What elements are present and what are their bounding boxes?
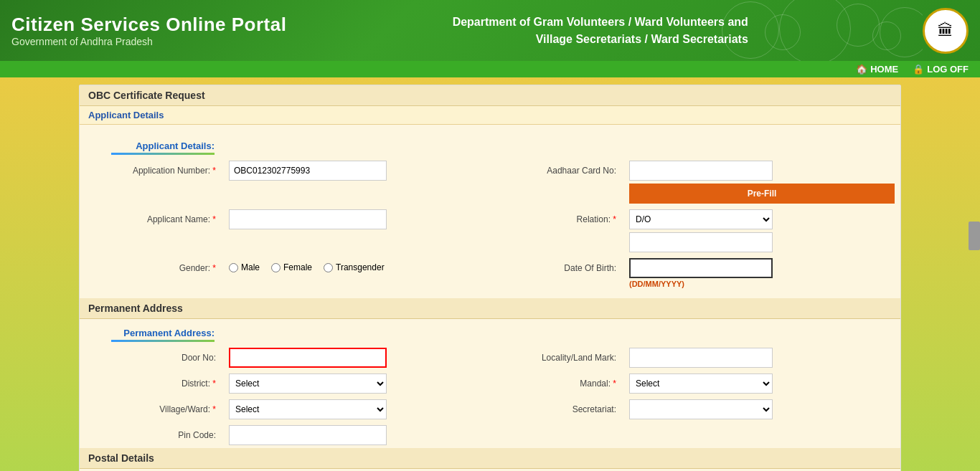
portal-subtitle: Government of Andhra Pradesh (11, 36, 286, 47)
dob-label: Date Of Birth: (500, 258, 622, 278)
door-input-col (229, 348, 500, 368)
gender-transgender-radio[interactable] (324, 263, 333, 272)
portal-title: Citizen Services Online Portal (11, 14, 286, 36)
applicant-name-input[interactable] (229, 209, 387, 229)
district-label: District: * (85, 374, 222, 394)
dob-label-col: Date Of Birth: (500, 258, 629, 278)
main-content: OBC Certificate Request Applicant Detail… (79, 85, 901, 471)
secretariat-label-col: Secretariat: (500, 399, 629, 419)
door-no-label: Door No: (85, 348, 222, 368)
relation-label-col: Relation: * (500, 209, 629, 229)
applicant-name-label: Applicant Name: * (85, 209, 222, 229)
gender-label-col: Gender: * (85, 258, 229, 278)
navbar: 🏠 HOME 🔒 LOG OFF (0, 61, 980, 77)
relation-input-col: D/O S/O W/O C/O (629, 209, 895, 252)
gender-label: Gender: * (85, 258, 222, 278)
page-title: OBC Certificate Request (88, 90, 205, 101)
district-label-col: District: * (85, 374, 229, 394)
door-label-col: Door No: (85, 348, 229, 368)
applicant-section-header: Applicant Details (80, 106, 900, 125)
relation-label: Relation: * (500, 209, 622, 229)
pincode-label-col: Pin Code: (85, 425, 229, 445)
application-number-label: Application Number: * (85, 161, 222, 181)
dob-hint: (DD/MM/YYYY) (629, 280, 895, 288)
name-label-col: Applicant Name: * (85, 209, 229, 229)
aadhaar-label-col: Aadhaar Card No: (500, 161, 629, 181)
home-link[interactable]: 🏠 HOME (856, 64, 898, 75)
applicant-details-col-label: Applicant Details: (85, 135, 229, 155)
pincode-input-col (229, 425, 565, 445)
gender-transgender-label: Transgender (336, 262, 385, 272)
locality-input[interactable] (629, 348, 773, 368)
aadhaar-label: Aadhaar Card No: (500, 161, 622, 181)
lock-icon: 🔒 (913, 64, 924, 75)
door-locality-row: Door No: Locality/Land Mark: (80, 345, 900, 371)
district-input-col: Select (229, 374, 500, 394)
gender-options-col: Male Female Transgender (229, 258, 500, 272)
locality-label: Locality/Land Mark: (500, 348, 622, 368)
scrollbar[interactable] (969, 222, 980, 250)
name-input-col (229, 209, 500, 229)
page-title-section: OBC Certificate Request (80, 85, 900, 106)
dept-line1: Department of Gram Volunteers / Ward Vol… (453, 14, 748, 31)
gender-male-radio[interactable] (229, 263, 238, 272)
applicant-form: Applicant Details: Application Number: *… (80, 125, 900, 298)
applicant-details-label: Applicant Details: (85, 135, 222, 155)
gender-male-option[interactable]: Male (229, 262, 260, 272)
header-branding: Citizen Services Online Portal Governmen… (11, 14, 286, 47)
dept-name: Department of Gram Volunteers / Ward Vol… (453, 14, 748, 48)
dob-input[interactable] (629, 258, 773, 278)
appnum-aadhaar-row: Application Number: * Aadhaar Card No: P… (80, 158, 900, 206)
mandal-label-col: Mandal: * (500, 374, 629, 394)
mandal-label: Mandal: * (500, 374, 622, 394)
village-input-col: Select (229, 399, 500, 419)
aadhaar-input-col: Pre-Fill (629, 161, 895, 204)
secretariat-input-col (629, 399, 895, 419)
permanent-address-title: Permanent Address (88, 303, 183, 314)
permanent-address-label: Permanent Address: (85, 322, 222, 342)
dept-line2: Village Secretariats / Ward Secretariats (453, 31, 748, 48)
village-select[interactable]: Select (229, 399, 387, 419)
locality-input-col (629, 348, 895, 368)
secretariat-select[interactable] (629, 399, 773, 419)
postal-section-title: Postal Details (88, 452, 154, 464)
logoff-link[interactable]: 🔒 LOG OFF (913, 64, 969, 75)
logoff-label: LOG OFF (927, 64, 969, 75)
village-secretariat-row: Village/Ward: * Select Secretariat: (80, 396, 900, 422)
prefill-button[interactable]: Pre-Fill (629, 184, 895, 204)
village-label: Village/Ward: * (85, 399, 222, 419)
district-select[interactable]: Select (229, 374, 387, 394)
mandal-select[interactable]: Select (629, 374, 773, 394)
mandal-input-col: Select (629, 374, 895, 394)
gender-female-option[interactable]: Female (271, 262, 312, 272)
appnum-input-col (229, 161, 500, 181)
relation-name-input[interactable] (629, 232, 773, 252)
gender-male-label: Male (241, 262, 260, 272)
govt-logo: 🏛 (923, 8, 969, 54)
gender-female-radio[interactable] (271, 263, 281, 272)
permanent-address-section-header: Permanent Address (80, 298, 900, 319)
gender-radio-group: Male Female Transgender (229, 258, 494, 272)
permanent-address-form: Permanent Address: Door No: Locality/Lan… (80, 319, 900, 448)
applicant-details-label-row: Applicant Details: (80, 132, 900, 158)
application-number-input[interactable] (229, 161, 387, 181)
relation-select[interactable]: D/O S/O W/O C/O (629, 209, 773, 229)
postal-section-header: Postal Details (80, 448, 900, 469)
home-label: HOME (870, 64, 898, 75)
gender-transgender-option[interactable]: Transgender (324, 262, 385, 272)
gender-dob-row: Gender: * Male Female Transg (80, 255, 900, 291)
pincode-label: Pin Code: (85, 425, 222, 445)
door-no-input[interactable] (229, 348, 387, 368)
district-mandal-row: District: * Select Mandal: * Select (80, 371, 900, 396)
pincode-input[interactable] (229, 425, 387, 445)
perm-addr-label-col: Permanent Address: (85, 322, 229, 342)
aadhaar-input[interactable] (629, 161, 773, 181)
name-relation-row: Applicant Name: * Relation: * D/O S/O W/… (80, 206, 900, 255)
header: Citizen Services Online Portal Governmen… (0, 0, 980, 61)
locality-label-col: Locality/Land Mark: (500, 348, 629, 368)
applicant-section-label: Applicant Details (88, 110, 164, 120)
secretariat-label: Secretariat: (500, 399, 622, 419)
dob-input-col: (DD/MM/YYYY) (629, 258, 895, 288)
pincode-row: Pin Code: (80, 422, 900, 448)
village-label-col: Village/Ward: * (85, 399, 229, 419)
